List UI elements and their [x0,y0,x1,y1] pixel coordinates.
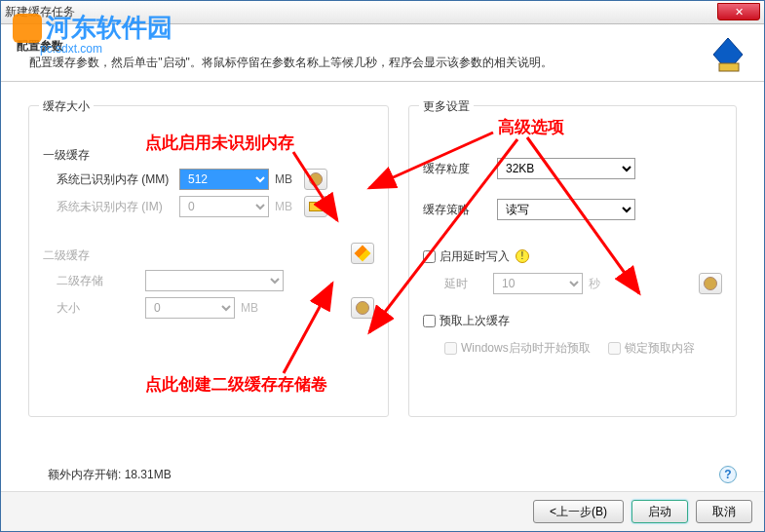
more-settings-group: 更多设置 缓存粒度 32KB 缓存策略 读写 启用延时写入 ! 延时 [408,105,737,417]
window-title: 新建缓存任务 [5,4,75,20]
header-text: 配置参数 配置缓存参数，然后单击"启动"。将鼠标停留在参数名称上等候几秒，程序会… [17,38,553,71]
cache-size-group: 缓存大小 一级缓存 系统已识别内存 (MM) 512 MB 系统未识别内存 (I… [28,105,389,417]
more-settings-legend: 更多设置 [419,98,474,115]
warning-icon: ! [516,249,529,263]
size-select: 0 [145,297,235,319]
cache-size-legend: 缓存大小 [39,98,94,115]
lock-prefetch-checkbox: 锁定预取内容 [608,340,695,357]
granularity-select[interactable]: 32KB [497,158,635,179]
size-unit: MB [241,301,264,315]
svg-rect-1 [719,63,739,71]
header-title: 配置参数 [17,39,63,53]
storage-select [145,270,284,291]
footer-status: 额外内存开销: 18.31MB ? [1,466,764,491]
delay-advanced-icon[interactable] [699,273,722,294]
button-bar: <上一步(B) 启动 取消 [1,491,764,531]
start-button[interactable]: 启动 [631,500,688,523]
storage-label: 二级存储 [57,273,139,289]
overhead-label: 额外内存开销: [48,468,121,481]
mm-unit: MB [275,172,298,186]
size-label: 大小 [57,300,139,317]
mm-select[interactable]: 512 [179,169,269,190]
header-desc: 配置缓存参数，然后单击"启动"。将鼠标停留在参数名称上等候几秒，程序会显示该参数… [29,56,553,69]
cancel-button[interactable]: 取消 [696,500,752,523]
l1-cache-label: 一级缓存 [43,147,374,164]
l2-advanced-icon[interactable] [351,297,374,319]
dialog-window: 新建缓存任务 ✕ 配置参数 配置缓存参数，然后单击"启动"。将鼠标停留在参数名称… [0,0,765,532]
close-button[interactable]: ✕ [717,3,760,20]
im-label: 系统未识别内存 (IM) [57,199,173,215]
im-enable-icon[interactable] [304,196,327,217]
prefetch-boot-checkbox: Windows启动时开始预取 [444,340,591,357]
delay-unit: 秒 [589,276,612,292]
im-select: 0 [179,196,269,217]
strategy-select[interactable]: 读写 [497,199,635,220]
titlebar: 新建缓存任务 ✕ [1,1,764,24]
defer-write-checkbox[interactable]: 启用延时写入 [423,248,510,265]
body-area: 缓存大小 一级缓存 系统已识别内存 (MM) 512 MB 系统未识别内存 (I… [1,82,764,466]
mm-advanced-icon[interactable] [304,169,327,190]
prefetch-last-checkbox[interactable]: 预取上次缓存 [423,313,510,329]
overhead-value: 18.31MB [125,468,172,481]
delay-label: 延时 [444,276,487,292]
mm-label: 系统已识别内存 (MM) [57,171,173,188]
help-icon[interactable]: ? [719,466,737,483]
delay-select: 10 [493,273,583,294]
granularity-label: 缓存粒度 [423,161,491,177]
l2-cache-label: 二级缓存 [43,247,345,264]
header-band: 配置参数 配置缓存参数，然后单击"启动"。将鼠标停留在参数名称上等候几秒，程序会… [1,24,764,82]
strategy-label: 缓存策略 [423,202,491,218]
wizard-icon [708,34,748,75]
im-unit: MB [275,200,298,213]
back-button[interactable]: <上一步(B) [533,500,624,523]
l2-create-icon[interactable] [351,243,374,264]
